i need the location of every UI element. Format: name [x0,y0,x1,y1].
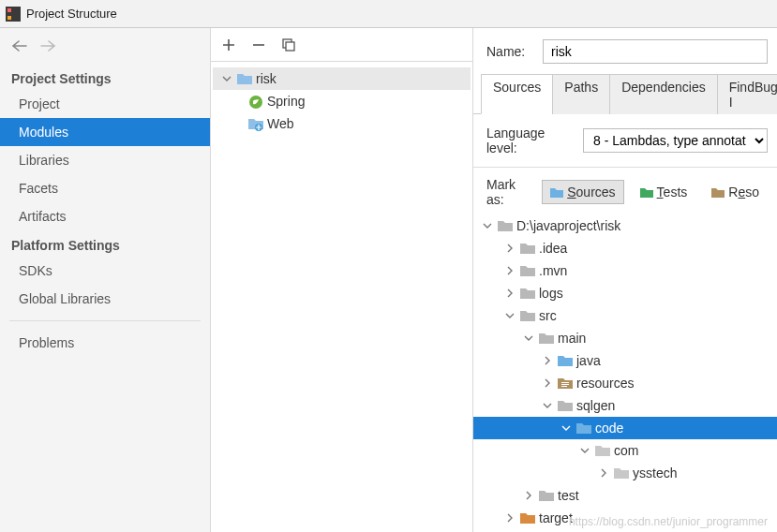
sidebar-item-libraries[interactable]: Libraries [0,146,210,174]
tree-label: ysstech [633,466,677,480]
chevron-right-icon[interactable] [503,511,516,525]
svg-rect-2 [7,16,11,20]
folder-icon [539,332,554,345]
sidebar: Project Settings Project Modules Librari… [0,28,211,532]
tree-row[interactable]: logs [473,282,777,304]
svg-rect-1 [7,8,11,12]
tree-row[interactable]: resources [473,372,777,394]
tab-paths[interactable]: Paths [552,74,610,114]
tab-sources[interactable]: Sources [481,74,553,114]
window-title: Project Structure [26,7,117,21]
module-detail-panel: Name: Sources Paths Dependencies FindBug… [473,28,777,532]
chevron-down-icon[interactable] [481,219,494,232]
resources-folder-icon [558,377,573,390]
mark-resources-button[interactable]: Reso [703,180,768,204]
tree-row[interactable]: ysstech [473,462,777,484]
web-icon [248,117,263,130]
module-tree: risk Spring Web [211,62,472,140]
chevron-right-icon[interactable] [597,466,610,480]
sidebar-item-problems[interactable]: Problems [0,329,210,357]
mark-tests-button[interactable]: Tests [632,180,696,204]
add-icon[interactable] [220,37,237,53]
chevron-down-icon[interactable] [578,444,591,457]
tree-label: .mvn [539,263,567,278]
forward-arrow-icon[interactable] [39,37,56,54]
tree-row[interactable]: sqlgen [473,394,777,417]
svg-rect-7 [561,382,569,383]
tree-root[interactable]: D:\javaproject\risk [473,214,777,237]
mark-sources-label: Sources [567,185,615,200]
tab-dependencies[interactable]: Dependencies [609,74,718,114]
language-level-select[interactable]: 8 - Lambdas, type annotat [583,128,768,153]
tree-label: .idea [539,241,567,256]
content-root-tree: D:\javaproject\risk .idea .mvn logs [473,213,777,531]
name-label: Name: [486,44,533,59]
detail-tabs: Sources Paths Dependencies FindBugs-I [473,73,777,114]
mark-resources-label: Reso [728,185,759,200]
sidebar-item-modules[interactable]: Modules [0,118,210,146]
chevron-right-icon[interactable] [541,354,554,367]
tree-label: src [539,308,557,323]
back-arrow-icon[interactable] [11,37,28,54]
folder-icon [520,264,535,277]
chevron-right-icon[interactable] [503,264,516,277]
tab-findbugs[interactable]: FindBugs-I [717,74,777,114]
sources-folder-icon [576,421,591,435]
chevron-down-icon[interactable] [522,332,535,345]
module-folder-icon [237,72,252,85]
tree-row[interactable]: .idea [473,237,777,259]
tree-label: sqlgen [576,398,615,413]
chevron-right-icon[interactable] [522,489,535,502]
tree-row[interactable]: com [473,439,777,462]
chevron-down-icon[interactable] [220,72,233,85]
sidebar-item-global-libraries[interactable]: Global Libraries [0,285,210,313]
tree-label: logs [539,286,563,301]
tree-label: test [558,488,579,503]
tree-row[interactable]: main [473,327,777,349]
chevron-down-icon[interactable] [541,399,554,412]
tree-row[interactable]: src [473,304,777,327]
copy-icon[interactable] [280,37,297,53]
tree-row[interactable]: target [473,507,777,529]
resources-folder-icon [711,186,725,198]
tree-label: resources [576,376,634,391]
chevron-right-icon[interactable] [503,287,516,300]
tree-row[interactable]: .mvn [473,259,777,282]
module-tree-item[interactable]: Spring [213,90,471,112]
svg-rect-9 [561,386,567,387]
tree-row[interactable]: java [473,349,777,372]
platform-settings-header: Platform Settings [0,230,210,257]
tree-row-selected[interactable]: code [473,417,777,439]
tree-label: target [539,510,573,525]
sidebar-item-artifacts[interactable]: Artifacts [0,202,210,230]
chevron-right-icon[interactable] [541,377,554,390]
app-icon [6,7,21,22]
module-tree-item[interactable]: Web [213,112,471,135]
module-tree-root[interactable]: risk [213,67,471,90]
folder-icon [498,219,513,232]
sidebar-item-sdks[interactable]: SDKs [0,257,210,285]
chevron-down-icon[interactable] [503,309,516,322]
folder-icon [520,242,535,255]
mark-sources-button[interactable]: Sources [542,180,623,204]
remove-icon[interactable] [250,37,267,53]
sidebar-item-project[interactable]: Project [0,90,210,118]
spring-icon [248,95,263,108]
module-toolbar [211,28,472,62]
sources-folder-icon [550,186,563,198]
tree-label: main [558,331,586,346]
sources-folder-icon [558,354,573,367]
folder-icon [520,287,535,300]
sidebar-item-facets[interactable]: Facets [0,174,210,202]
module-list-panel: risk Spring Web [211,28,473,532]
chevron-right-icon[interactable] [503,242,516,255]
folder-icon [614,466,629,480]
tests-folder-icon [640,186,653,198]
tree-label: code [595,421,623,436]
svg-rect-4 [286,42,294,51]
folder-icon [558,399,573,412]
tree-row[interactable]: test [473,484,777,507]
chevron-down-icon[interactable] [560,421,573,435]
module-name-input[interactable] [543,39,768,64]
tree-label: java [576,353,601,368]
